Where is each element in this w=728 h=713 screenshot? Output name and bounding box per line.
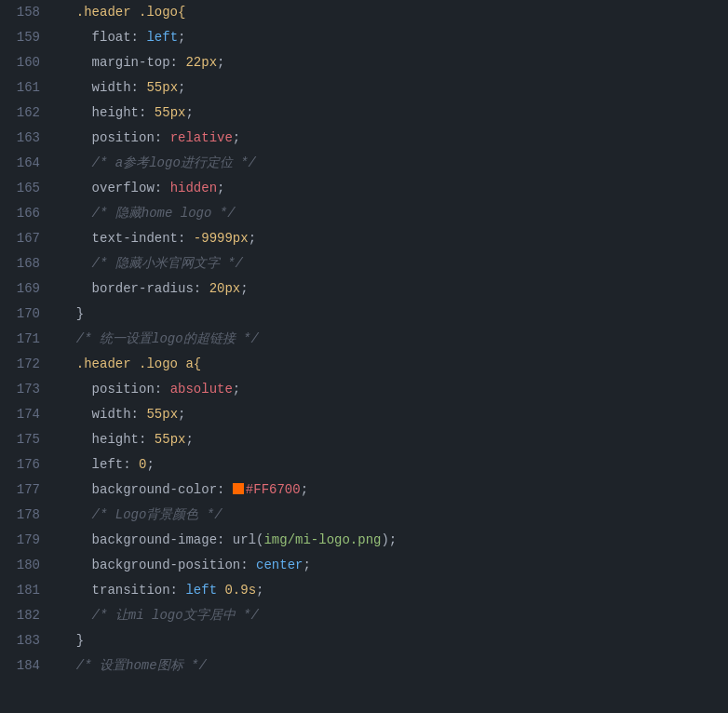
- code-line: position: absolute;: [61, 377, 709, 402]
- token: #FF6700: [246, 482, 301, 497]
- token: width:: [61, 407, 146, 422]
- token: height:: [61, 432, 155, 447]
- token: );: [381, 532, 397, 547]
- code-content[interactable]: .header .logo{ float: left; margin-top: …: [51, 0, 728, 713]
- line-number: 183: [0, 628, 40, 653]
- token: hidden: [170, 181, 217, 195]
- line-number: 168: [0, 251, 40, 276]
- token: ;: [146, 457, 154, 472]
- code-line: }: [61, 628, 709, 653]
- code-line: text-indent: -9999px;: [61, 226, 709, 251]
- token: ;: [217, 55, 224, 70]
- token: 55px: [146, 80, 178, 95]
- token: center: [256, 558, 303, 572]
- token: 55px: [155, 105, 186, 120]
- code-editor: 1581591601611621631641651661671681691701…: [0, 0, 728, 713]
- token: position:: [61, 382, 170, 397]
- token: /* 设置home图标 */: [61, 658, 207, 673]
- token: /* 隐藏home logo */: [61, 206, 236, 221]
- code-line: left: 0;: [61, 452, 709, 478]
- line-number: 167: [0, 226, 40, 251]
- line-number: 158: [0, 0, 40, 25]
- token: /* 隐藏小米官网文字 */: [61, 256, 243, 271]
- line-number: 163: [0, 126, 40, 151]
- token: background-color:: [61, 482, 233, 497]
- token: ;: [256, 583, 263, 598]
- token: ;: [178, 407, 185, 422]
- token: left:: [61, 457, 139, 472]
- token: }: [61, 306, 84, 321]
- token: overflow:: [61, 181, 170, 195]
- token: border-radius:: [61, 281, 209, 296]
- code-line: /* Logo背景颜色 */: [61, 503, 709, 528]
- token: 20px: [209, 281, 241, 296]
- line-number: 159: [0, 25, 40, 50]
- line-number: 172: [0, 352, 40, 377]
- token: background-position:: [61, 558, 256, 572]
- token: .header .logo{: [61, 5, 185, 20]
- token: left: [146, 30, 178, 45]
- token: ;: [249, 231, 256, 246]
- token: relative: [170, 130, 233, 145]
- token: 0.9s: [224, 583, 256, 598]
- line-number: 184: [0, 653, 40, 679]
- code-line: width: 55px;: [61, 75, 709, 101]
- code-line: .header .logo{: [61, 0, 709, 25]
- line-number: 179: [0, 528, 40, 553]
- code-line: margin-top: 22px;: [61, 50, 709, 75]
- line-number: 177: [0, 478, 40, 503]
- code-line: width: 55px;: [61, 402, 709, 427]
- token: 55px: [155, 432, 186, 447]
- line-number: 171: [0, 327, 40, 352]
- code-line: .header .logo a{: [61, 352, 709, 377]
- token: ;: [217, 181, 224, 195]
- token: width:: [61, 80, 146, 95]
- code-line: height: 55px;: [61, 101, 709, 126]
- token: height:: [61, 105, 155, 120]
- line-number: 182: [0, 603, 40, 628]
- token: float:: [61, 30, 146, 45]
- line-number: 161: [0, 75, 40, 101]
- token: }: [61, 633, 84, 648]
- token: margin-top:: [61, 55, 185, 70]
- code-line: /* a参考logo进行定位 */: [61, 151, 709, 176]
- code-line: }: [61, 302, 709, 327]
- line-numbers: 1581591601611621631641651661671681691701…: [0, 0, 51, 713]
- code-line: overflow: hidden;: [61, 176, 709, 201]
- token: ;: [233, 382, 240, 397]
- line-number: 181: [0, 578, 40, 603]
- line-number: 174: [0, 402, 40, 427]
- line-number: 180: [0, 553, 40, 578]
- line-number: 160: [0, 50, 40, 75]
- code-line: border-radius: 20px;: [61, 276, 709, 302]
- token: -9999px: [194, 231, 249, 246]
- code-line: /* 让mi logo文字居中 */: [61, 603, 709, 628]
- token: background-image: url(: [61, 532, 263, 547]
- token: ;: [301, 482, 308, 497]
- token: text-indent:: [61, 231, 194, 246]
- token: ;: [240, 281, 248, 296]
- token: ;: [185, 105, 193, 120]
- line-number: 162: [0, 101, 40, 126]
- token: /* 让mi logo文字居中 */: [61, 608, 259, 623]
- code-line: background-image: url(img/mi-logo.png);: [61, 528, 709, 553]
- token: transition:: [61, 583, 185, 598]
- token: /* 统一设置logo的超链接 */: [61, 331, 259, 346]
- token: img/mi-logo.png: [263, 532, 381, 547]
- token: left: [185, 583, 224, 598]
- token: .header .logo a{: [61, 356, 201, 371]
- line-number: 164: [0, 151, 40, 176]
- token: ;: [178, 30, 185, 45]
- line-number: 176: [0, 452, 40, 478]
- color-swatch: [233, 483, 244, 494]
- code-line: transition: left 0.9s;: [61, 578, 709, 603]
- line-number: 169: [0, 276, 40, 302]
- token: ;: [178, 80, 185, 95]
- token: ;: [233, 130, 240, 145]
- code-line: /* 隐藏home logo */: [61, 201, 709, 226]
- line-number: 175: [0, 427, 40, 452]
- token: ;: [303, 558, 310, 572]
- token: 55px: [146, 407, 178, 422]
- code-line: background-position: center;: [61, 553, 709, 578]
- token: position:: [61, 130, 170, 145]
